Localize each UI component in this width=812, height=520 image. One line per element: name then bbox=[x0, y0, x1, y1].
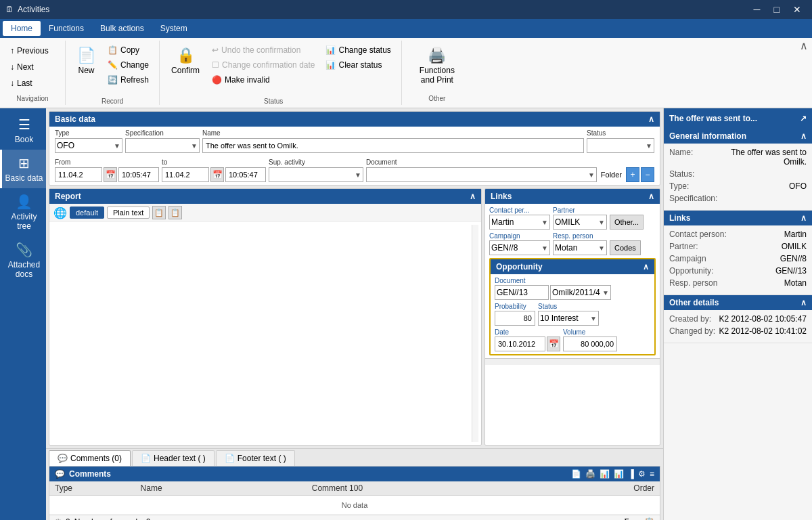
codes-button[interactable]: Codes bbox=[610, 240, 641, 255]
tab-footer-text[interactable]: 📄 Footer text ( ) bbox=[216, 450, 295, 466]
opp-volume-input[interactable] bbox=[563, 337, 617, 351]
sidebar-item-activity-tree[interactable]: 👤 Activity tree bbox=[0, 188, 46, 236]
ribbon-group-navigation: ↑ Previous ↓ Next ↓ Last Navigation bbox=[0, 41, 66, 105]
from-date-picker-button[interactable]: 📅 bbox=[104, 167, 117, 182]
comments-bar-icon[interactable]: ▐ bbox=[628, 469, 634, 479]
opportunity-collapse-icon[interactable]: ∧ bbox=[643, 262, 649, 272]
print-icon: 🖨️ bbox=[428, 47, 446, 64]
comments-edit-icon[interactable]: ✏ bbox=[633, 517, 640, 520]
split-area: Report ∧ 🌐 default Plain text 📋 📋 Links bbox=[49, 188, 660, 446]
minimize-button[interactable]: ─ bbox=[748, 3, 766, 16]
spec-select[interactable]: ▼ bbox=[125, 138, 200, 153]
comments-table-header: Type Name Comment 100 Order bbox=[49, 481, 660, 496]
change-status-button[interactable]: 📊 Change status bbox=[321, 43, 395, 57]
tab-comments[interactable]: 💬 Comments (0) bbox=[49, 450, 131, 466]
report-tab-default[interactable]: default bbox=[70, 207, 104, 219]
sidebar-item-attached-docs[interactable]: 📎 Attached docs bbox=[0, 236, 46, 284]
status-group-label: Status bbox=[264, 95, 283, 105]
maximize-button[interactable]: □ bbox=[769, 3, 785, 16]
last-button[interactable]: ↓ Last bbox=[5, 76, 60, 91]
right-panel-external-link-icon[interactable]: ↗ bbox=[800, 114, 807, 123]
ribbon-group-other: 🖨️ Functions and Print Other bbox=[402, 41, 472, 105]
menu-bulk-actions[interactable]: Bulk actions bbox=[92, 21, 152, 36]
probability-input[interactable] bbox=[495, 311, 535, 326]
change-confirmation-date-button[interactable]: ☐ Change confirmation date bbox=[207, 58, 319, 72]
resp-person-select[interactable]: Motan ▼ bbox=[553, 240, 607, 255]
close-button[interactable]: ✕ bbox=[788, 3, 807, 16]
comments-settings-icon[interactable]: ⚙ bbox=[638, 469, 646, 479]
contact-person-dropdown-icon: ▼ bbox=[541, 219, 548, 226]
ribbon-collapse-button[interactable]: ∧ bbox=[796, 38, 812, 53]
right-resp-person-field: Resp. person Motan bbox=[669, 278, 807, 288]
type-select[interactable]: OFO ▼ bbox=[55, 138, 122, 153]
opp-document-link-select[interactable]: Omilk/2011/4 ▼ bbox=[550, 285, 611, 300]
to-date-input[interactable] bbox=[162, 167, 209, 182]
comments-export2-icon[interactable]: 📋 bbox=[644, 517, 654, 520]
comments-new-doc-icon[interactable]: 📄 bbox=[571, 469, 581, 479]
confirm-button[interactable]: 🔒 Confirm bbox=[165, 43, 206, 79]
contact-person-select[interactable]: Martin ▼ bbox=[489, 215, 550, 230]
comments-sum-icon[interactable]: Σ bbox=[625, 517, 629, 520]
opp-date-input[interactable] bbox=[495, 337, 545, 351]
menu-functions[interactable]: Functions bbox=[41, 21, 92, 36]
opp-document-select[interactable]: GEN//13 bbox=[495, 285, 549, 300]
report-paste-button[interactable]: 📋 bbox=[168, 206, 182, 219]
menu-system[interactable]: System bbox=[152, 21, 196, 36]
comments-menu-icon[interactable]: ≡ bbox=[650, 469, 654, 479]
basic-data-collapse-icon[interactable]: ∧ bbox=[648, 114, 654, 124]
add-button[interactable]: + bbox=[626, 167, 639, 182]
refresh-button[interactable]: 🔄 Refresh bbox=[103, 73, 154, 87]
links-info-header: Links ∧ bbox=[664, 211, 812, 225]
to-date-picker-button[interactable]: 📅 bbox=[210, 167, 224, 182]
functions-print-button[interactable]: 🖨️ Functions and Print bbox=[407, 43, 467, 88]
opp-status-select[interactable]: 10 Interest ▼ bbox=[538, 311, 599, 326]
undo-confirmation-button[interactable]: ↩ Undo the confirmation bbox=[207, 43, 319, 57]
other-details-body: Created by: K2 2012-08-02 10:05:47 Chang… bbox=[664, 310, 812, 343]
make-invalid-button[interactable]: 🔴 Make invalid bbox=[207, 73, 319, 87]
status-select[interactable]: ▼ bbox=[587, 138, 654, 153]
app-title: Activities bbox=[18, 5, 49, 14]
comments-tab-icon: 💬 bbox=[58, 454, 68, 463]
sidebar-item-basic-data[interactable]: ⊞ Basic data bbox=[0, 150, 46, 188]
partner-select[interactable]: OMILK ▼ bbox=[553, 215, 607, 230]
sup-activity-select[interactable]: ▼ bbox=[269, 167, 363, 182]
ribbon-group-status: 🔒 Confirm ↩ Undo the confirmation ☐ Chan… bbox=[160, 41, 402, 105]
report-copy-button[interactable]: 📋 bbox=[152, 206, 166, 219]
opp-date-picker-button[interactable]: 📅 bbox=[547, 337, 560, 351]
other-button[interactable]: Other... bbox=[610, 215, 644, 230]
document-select[interactable]: ▼ bbox=[366, 167, 597, 182]
status-small-buttons: ↩ Undo the confirmation ☐ Change confirm… bbox=[207, 43, 319, 87]
comments-chart-icon[interactable]: 📊 bbox=[600, 469, 610, 479]
change-status-icon: 📊 bbox=[325, 45, 336, 55]
invalid-icon: 🔴 bbox=[212, 75, 222, 85]
clear-status-button[interactable]: 📊 Clear status bbox=[321, 58, 395, 72]
to-time-input[interactable] bbox=[225, 167, 266, 182]
general-info-collapse-icon[interactable]: ∧ bbox=[800, 131, 807, 141]
comments-settings-small-icon: ✳ bbox=[55, 517, 62, 520]
copy-button[interactable]: 📋 Copy bbox=[103, 43, 154, 57]
other-details-collapse-icon[interactable]: ∧ bbox=[800, 298, 807, 307]
previous-button[interactable]: ↑ Previous bbox=[5, 43, 60, 58]
comments-print-icon[interactable]: 🖨️ bbox=[585, 469, 595, 479]
report-scrollbar[interactable] bbox=[472, 225, 478, 442]
tab-header-text[interactable]: 📄 Header text ( ) bbox=[132, 450, 215, 466]
new-button[interactable]: 📄 New bbox=[71, 43, 102, 79]
document-field: Document ▼ Folder + − bbox=[366, 158, 654, 182]
report-tab-plain-text[interactable]: Plain text bbox=[107, 207, 150, 219]
campaign-select[interactable]: GEN//8 ▼ bbox=[489, 240, 550, 255]
from-date-input[interactable] bbox=[55, 167, 102, 182]
report-section: Report ∧ 🌐 default Plain text 📋 📋 bbox=[49, 188, 482, 446]
links-scrollbar-area[interactable] bbox=[485, 358, 660, 365]
from-time-input[interactable] bbox=[118, 167, 159, 182]
links-collapse-icon[interactable]: ∧ bbox=[648, 192, 654, 201]
specification-field: Specification ▼ bbox=[125, 129, 200, 153]
comments-export-icon[interactable]: 📊 bbox=[614, 469, 624, 479]
links-info-collapse-icon[interactable]: ∧ bbox=[800, 213, 807, 223]
sidebar-item-book[interactable]: ☰ Book bbox=[0, 111, 46, 150]
report-collapse-icon[interactable]: ∧ bbox=[470, 192, 476, 201]
name-input[interactable] bbox=[202, 138, 584, 153]
remove-button[interactable]: − bbox=[641, 167, 654, 182]
change-button[interactable]: ✏️ Change bbox=[103, 58, 154, 72]
next-button[interactable]: ↓ Next bbox=[5, 60, 60, 74]
menu-home[interactable]: Home bbox=[3, 21, 41, 36]
